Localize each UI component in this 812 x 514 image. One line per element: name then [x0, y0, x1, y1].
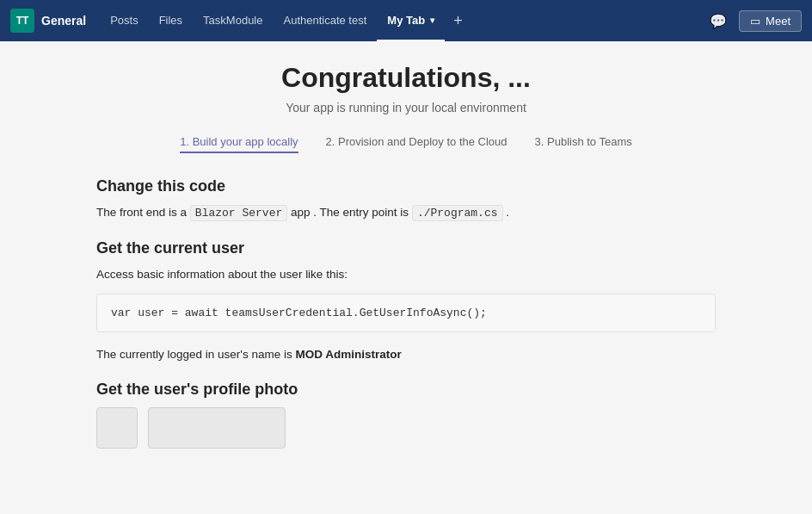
main-content: Congratulations, ... Your app is running… — [0, 41, 812, 514]
channel-name: General — [41, 14, 86, 28]
tab-taskmodule[interactable]: TaskModule — [193, 0, 273, 41]
chat-icon: 💬 — [710, 13, 727, 29]
chat-icon-button[interactable]: 💬 — [704, 7, 732, 34]
change-code-description: The front end is a Blazor Server app . T… — [96, 204, 716, 222]
content-wrapper: Congratulations, ... Your app is running… — [96, 62, 716, 466]
profile-photo-section: Get the user's profile photo — [96, 381, 716, 449]
team-avatar: TT — [10, 9, 34, 33]
step-3[interactable]: 3. Publish to Teams — [535, 135, 632, 153]
chevron-down-icon: ▾ — [430, 15, 434, 25]
profile-photo-title: Get the user's profile photo — [96, 381, 716, 399]
meet-button[interactable]: ▭ Meet — [739, 10, 802, 32]
photo-small-box — [96, 407, 138, 449]
user-name: MOD Administrator — [295, 348, 401, 361]
get-user-description: Access basic information about the user … — [96, 266, 716, 283]
steps-nav: 1. Build your app locally 2. Provision a… — [96, 135, 716, 153]
get-user-section: Get the current user Access basic inform… — [96, 239, 716, 364]
top-bar-right: 💬 ▭ Meet — [704, 7, 802, 34]
photo-large-box — [148, 407, 286, 449]
tab-authenticate-test[interactable]: Authenticate test — [273, 0, 377, 41]
tab-files[interactable]: Files — [149, 0, 193, 41]
inline-code-blazor: Blazor Server — [190, 205, 287, 221]
tab-posts[interactable]: Posts — [100, 0, 149, 41]
top-navigation-bar: TT General Posts Files TaskModule Authen… — [0, 0, 812, 41]
code-block: var user = await teamsUserCredential.Get… — [96, 294, 716, 332]
step-1[interactable]: 1. Build your app locally — [180, 135, 298, 153]
photo-placeholder-row — [96, 407, 716, 449]
congrats-title: Congratulations, ... — [96, 62, 716, 94]
change-code-section: Change this code The front end is a Blaz… — [96, 177, 716, 222]
logged-in-user-text: The currently logged in user's name is M… — [96, 346, 716, 363]
subtitle: Your app is running in your local enviro… — [96, 101, 716, 115]
nav-tabs: Posts Files TaskModule Authenticate test… — [100, 0, 471, 41]
add-tab-button[interactable]: + — [445, 0, 471, 41]
step-2[interactable]: 2. Provision and Deploy to the Cloud — [326, 135, 508, 153]
inline-code-program: ./Program.cs — [412, 205, 503, 221]
change-code-title: Change this code — [96, 177, 716, 195]
tab-my-tab[interactable]: My Tab ▾ — [377, 0, 445, 41]
get-user-title: Get the current user — [96, 239, 716, 257]
video-icon: ▭ — [750, 15, 760, 28]
